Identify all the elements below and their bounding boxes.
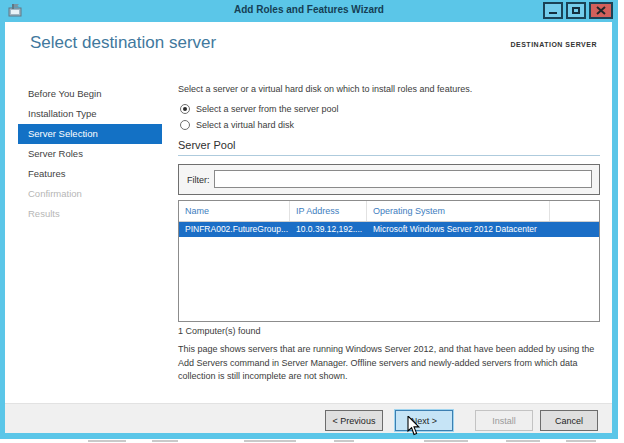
radio-server-pool[interactable]: Select a server from the server pool <box>180 104 339 114</box>
radio-server-pool-label[interactable]: Select a server from the server pool <box>196 104 339 114</box>
minimize-icon <box>549 12 557 14</box>
column-header-operating-system[interactable]: Operating System <box>367 201 550 221</box>
table-row-selected[interactable]: PINFRA002.FutureGroup... 10.0.39.12,192.… <box>179 222 599 237</box>
radio-virtual-hard-disk[interactable]: Select a virtual hard disk <box>180 120 294 130</box>
server-pool-section-title: Server Pool <box>178 139 600 156</box>
table-header-row: Name IP Address Operating System <box>179 201 599 222</box>
filter-label: Filter: <box>187 175 210 185</box>
page-title: Select destination server <box>30 33 216 53</box>
close-button[interactable] <box>589 2 613 19</box>
cell-spacer <box>550 222 599 237</box>
install-button[interactable]: Install <box>475 410 533 431</box>
sidebar-item-server-selection[interactable]: Server Selection <box>18 124 162 144</box>
minimize-button[interactable] <box>543 2 563 19</box>
intro-text: Select a server or a virtual hard disk o… <box>178 84 602 94</box>
sidebar-item-features[interactable]: Features <box>18 164 162 184</box>
server-pool-table: Name IP Address Operating System PINFRA0… <box>178 200 600 322</box>
sidebar-item-confirmation: Confirmation <box>18 184 162 204</box>
cell-ip-address: 10.0.39.12,192.... <box>290 222 367 237</box>
window-border-left <box>0 22 5 433</box>
previous-button[interactable]: < Previous <box>325 410 383 431</box>
cancel-button[interactable]: Cancel <box>540 410 598 431</box>
title-bar: Add Roles and Features Wizard <box>0 0 618 22</box>
maximize-button[interactable] <box>566 2 586 19</box>
window-border-bottom <box>0 433 618 439</box>
window-title: Add Roles and Features Wizard <box>0 4 618 15</box>
column-header-ip-address[interactable]: IP Address <box>290 201 367 221</box>
sidebar-item-installation-type[interactable]: Installation Type <box>18 104 162 124</box>
sidebar-item-results: Results <box>18 204 162 224</box>
next-button[interactable]: Next > <box>395 410 453 431</box>
maximize-icon <box>572 7 580 14</box>
close-icon <box>596 6 606 15</box>
radio-vhd-label[interactable]: Select a virtual hard disk <box>196 120 294 130</box>
column-header-spacer <box>550 201 599 221</box>
cell-operating-system: Microsoft Windows Server 2012 Datacenter <box>367 222 550 237</box>
computers-found-count: 1 Computer(s) found <box>178 326 261 336</box>
radio-button-selected[interactable] <box>180 104 190 114</box>
radio-button-unselected[interactable] <box>180 120 190 130</box>
page-description: This page shows servers that are running… <box>178 343 606 384</box>
column-header-name[interactable]: Name <box>179 201 290 221</box>
cell-server-name: PINFRA002.FutureGroup... <box>179 222 290 237</box>
window-border-right <box>612 22 618 433</box>
mouse-cursor <box>407 416 421 440</box>
filter-input[interactable] <box>214 170 592 188</box>
wizard-window: Add Roles and Features Wizard Select des… <box>0 0 618 439</box>
wizard-steps-nav: Before You Begin Installation Type Serve… <box>18 84 162 224</box>
sidebar-item-before-you-begin[interactable]: Before You Begin <box>18 84 162 104</box>
sidebar-item-server-roles[interactable]: Server Roles <box>18 144 162 164</box>
destination-server-label: DESTINATION SERVER <box>380 41 597 48</box>
